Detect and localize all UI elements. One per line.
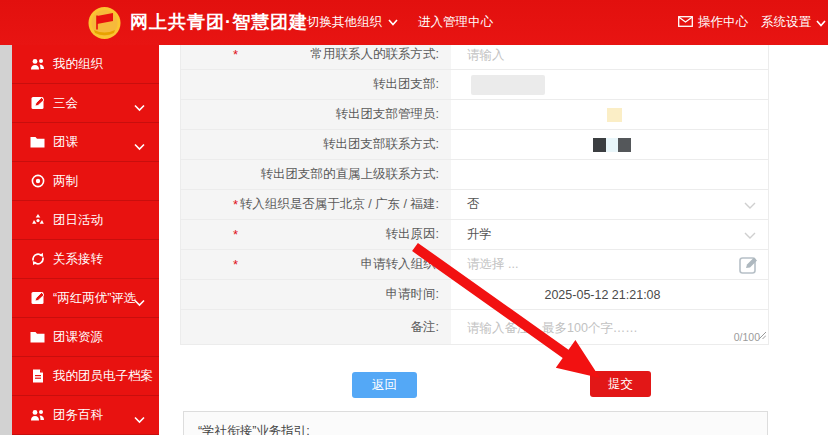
sidebar-item-league-day-activity[interactable]: 团日活动 bbox=[12, 201, 159, 240]
field-label: 转出团支部管理员: bbox=[181, 100, 451, 129]
guide-title: “学社衔接”业务指引: bbox=[198, 423, 753, 435]
sidebar-item-label: 我的团员电子档案 bbox=[53, 368, 153, 385]
required-marker: * bbox=[233, 47, 238, 62]
chevron-down-icon bbox=[134, 410, 145, 428]
transfer-form: * 常用联系人的联系方式: 转出团支部: 转出团支部管理员: bbox=[180, 40, 769, 345]
sidebar-item-relation-transfer[interactable]: 关系接转 bbox=[12, 240, 159, 279]
sidebar-item-label: 我的组织 bbox=[53, 56, 103, 73]
field-label-text: 申请时间: bbox=[386, 286, 439, 303]
resize-grip-icon[interactable] bbox=[758, 328, 766, 342]
required-marker: * bbox=[233, 197, 238, 212]
sidebar-item-two-systems[interactable]: 两制 bbox=[12, 162, 159, 201]
required-marker: * bbox=[233, 257, 238, 272]
redacted-value-block bbox=[471, 75, 545, 95]
selected-value: 否 bbox=[467, 196, 480, 213]
field-label: * 转入组织是否属于北京 / 广东 / 福建: bbox=[181, 190, 451, 219]
switch-org-menu[interactable]: 切换其他组织 bbox=[307, 0, 398, 45]
field-label: 备注: bbox=[181, 310, 451, 344]
sidebar-item-label: 两制 bbox=[53, 173, 78, 190]
required-marker: * bbox=[233, 227, 238, 242]
chevron-down-icon bbox=[744, 229, 756, 243]
business-guide-panel: “学社衔接”业务指引: bbox=[183, 411, 768, 435]
field-label-text: 转出原因: bbox=[386, 226, 439, 243]
redacted-value-block bbox=[593, 138, 631, 152]
recycle-icon bbox=[30, 213, 45, 228]
field-label: 申请时间: bbox=[181, 280, 451, 309]
sidebar-item-member-archive[interactable]: 我的团员电子档案 bbox=[12, 357, 159, 396]
sidebar-menu: 我的组织 三会 团课 两制 团日活动 关系接转 “两红两优”评选 bbox=[12, 45, 159, 435]
form-row-out-contact: 转出团支部联系方式: bbox=[181, 130, 768, 160]
enter-admin-link[interactable]: 进入管理中心 bbox=[418, 0, 493, 45]
field-label-text: 转出团支部管理员: bbox=[336, 106, 439, 123]
sidebar-item-label: 团课 bbox=[53, 134, 78, 151]
form-row-out-reason: * 转出原因: 升学 bbox=[181, 220, 768, 250]
form-row-out-branch: 转出团支部: bbox=[181, 70, 768, 100]
enter-admin-label: 进入管理中心 bbox=[418, 15, 493, 29]
field-label-text: 转出团支部的直属上级联系方式: bbox=[261, 166, 439, 183]
form-row-remark: 备注: 0/100 bbox=[181, 310, 768, 344]
submit-button[interactable]: 提交 bbox=[590, 371, 651, 397]
remark-textarea[interactable] bbox=[467, 314, 744, 340]
out-reason-select[interactable]: 升学 bbox=[451, 220, 768, 249]
field-label: 转出团支部联系方式: bbox=[181, 130, 451, 159]
apply-org-placeholder: 请选择 ... bbox=[467, 256, 518, 273]
chevron-down-icon bbox=[744, 199, 756, 213]
redacted-value-block bbox=[607, 108, 622, 122]
file-icon bbox=[30, 369, 45, 384]
field-label-text: 转出团支部联系方式: bbox=[323, 136, 439, 153]
selected-value: 升学 bbox=[467, 226, 492, 243]
users-icon bbox=[30, 408, 45, 423]
left-edge-strip bbox=[0, 45, 12, 435]
field-label: 转出团支部的直属上级联系方式: bbox=[181, 160, 451, 189]
char-counter: 0/100 bbox=[734, 331, 760, 343]
sidebar-item-label: “两红两优”评选 bbox=[53, 290, 136, 307]
form-row-target-region: * 转入组织是否属于北京 / 广东 / 福建: 否 bbox=[181, 190, 768, 220]
chevron-down-icon bbox=[134, 137, 145, 155]
app-window: 网上共青团·智慧团建 切换其他组织 进入管理中心 操作中心 系统设置 帮助 bbox=[0, 0, 828, 435]
chevron-down-icon bbox=[134, 293, 145, 311]
field-label-text: 转出团支部: bbox=[373, 76, 439, 93]
folder-icon bbox=[30, 135, 45, 150]
form-row-apply-time: 申请时间: 2025-05-12 21:21:08 bbox=[181, 280, 768, 310]
sidebar-item-label: 团课资源 bbox=[53, 329, 103, 346]
system-settings-label: 系统设置 bbox=[761, 14, 811, 31]
target-region-select[interactable]: 否 bbox=[451, 190, 768, 219]
sidebar-item-two-red-two-excellent[interactable]: “两红两优”评选 bbox=[12, 279, 159, 318]
edit-icon[interactable] bbox=[738, 254, 760, 276]
field-label: 转出团支部: bbox=[181, 70, 451, 99]
action-center-link[interactable]: 操作中心 bbox=[678, 14, 748, 31]
target-icon bbox=[30, 174, 45, 189]
chevron-down-icon bbox=[134, 98, 145, 116]
form-row-out-admin: 转出团支部管理员: bbox=[181, 100, 768, 130]
field-label-text: 转入组织是否属于北京 / 广东 / 福建: bbox=[240, 196, 439, 213]
field-label: * 转出原因: bbox=[181, 220, 451, 249]
field-label-text: 备注: bbox=[411, 319, 439, 336]
chevron-down-icon bbox=[816, 16, 826, 30]
sidebar-item-label: 团日活动 bbox=[53, 212, 103, 229]
sidebar-item-my-organization[interactable]: 我的组织 bbox=[12, 45, 159, 84]
contact-input[interactable] bbox=[467, 48, 738, 62]
header-right-nav: 操作中心 系统设置 帮助 bbox=[678, 0, 828, 45]
sidebar-item-league-class[interactable]: 团课 bbox=[12, 123, 159, 162]
sidebar-item-league-wiki[interactable]: 团务百科 bbox=[12, 396, 159, 435]
apply-time-value: 2025-05-12 21:21:08 bbox=[467, 288, 768, 302]
mail-icon bbox=[678, 16, 693, 30]
chevron-down-icon bbox=[388, 0, 398, 45]
sidebar-item-label: 三会 bbox=[53, 95, 78, 112]
field-label-text: 申请转入组织: bbox=[361, 256, 439, 273]
transfer-icon bbox=[30, 252, 45, 267]
form-row-apply-org: * 申请转入组织: 请选择 ... bbox=[181, 250, 768, 280]
system-settings-menu[interactable]: 系统设置 bbox=[761, 14, 826, 31]
sidebar-item-three-meetings[interactable]: 三会 bbox=[12, 84, 159, 123]
top-header: 网上共青团·智慧团建 切换其他组织 进入管理中心 操作中心 系统设置 帮助 bbox=[0, 0, 828, 45]
sidebar-item-label: 团务百科 bbox=[53, 407, 103, 424]
brand-title: 网上共青团·智慧团建 bbox=[130, 0, 308, 45]
form-row-out-parent-contact: 转出团支部的直属上级联系方式: bbox=[181, 160, 768, 190]
league-emblem-logo bbox=[84, 2, 125, 43]
field-label: * 申请转入组织: bbox=[181, 250, 451, 279]
field-label-text: 常用联系人的联系方式: bbox=[311, 46, 439, 63]
sidebar-item-class-resources[interactable]: 团课资源 bbox=[12, 318, 159, 357]
back-button[interactable]: 返回 bbox=[352, 372, 417, 398]
folder-icon bbox=[30, 330, 45, 345]
switch-org-label: 切换其他组织 bbox=[307, 15, 382, 29]
